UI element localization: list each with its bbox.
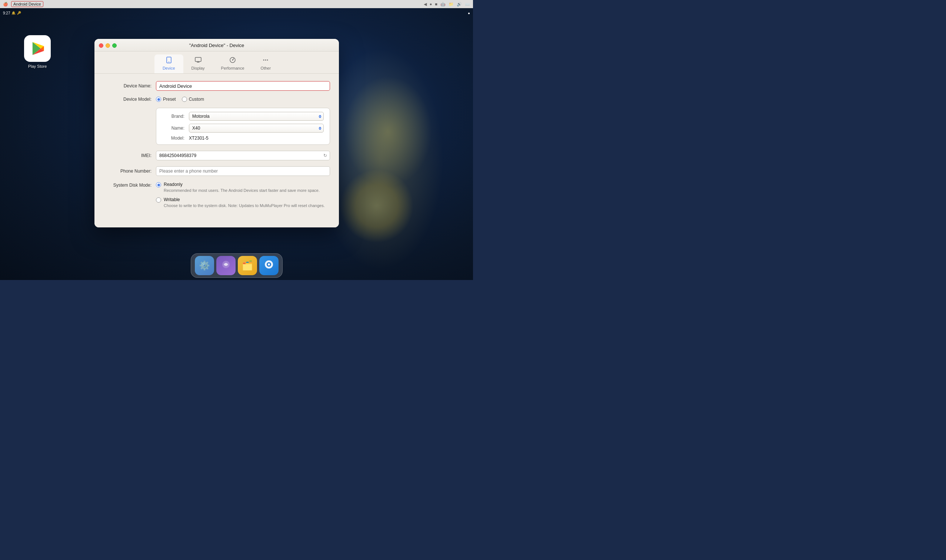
dialog-tabs: Device Display Performance — [94, 51, 339, 73]
dialog-content: Device Name: Device Model: Preset Custom — [94, 73, 339, 228]
tab-performance-label: Performance — [221, 66, 245, 70]
name-row: Name: X40 — [162, 124, 324, 132]
name-select[interactable]: X40 — [189, 124, 324, 132]
model-label: Model: — [162, 135, 185, 141]
svg-point-12 — [265, 60, 266, 61]
custom-radio-label: Custom — [189, 97, 204, 102]
status-bar: 9:27 🔔 🔑 ● — [0, 9, 473, 17]
svg-point-13 — [267, 60, 268, 61]
disk-mode-section: Readonly Recommended for most users. The… — [156, 182, 325, 212]
dialog-window: "Android Device" - Device Device D — [94, 39, 339, 228]
tab-other[interactable]: Other — [252, 54, 279, 73]
menu-bar: 🍎 Android Device ◀ ● ■ 🤖 📁 🔊 ⌨️ — [0, 0, 473, 8]
playstore-icon-wrapper — [24, 35, 51, 62]
status-icon-1: 🔔 — [11, 11, 15, 15]
device-tab-icon — [166, 57, 172, 65]
tab-display-label: Display — [191, 66, 205, 70]
imei-input[interactable] — [156, 151, 330, 160]
disk-mode-label: System Disk Mode: — [103, 183, 151, 188]
back-icon: ◀ — [424, 2, 427, 7]
status-right: ● — [468, 11, 470, 15]
android-icon: 🤖 — [440, 2, 446, 7]
phone-row: Phone Number: — [103, 166, 330, 176]
imei-refresh-icon[interactable]: ↻ — [323, 153, 327, 158]
svg-point-10 — [232, 60, 233, 61]
svg-point-5 — [169, 62, 169, 62]
keyboard-icon: ⌨️ — [465, 2, 470, 7]
preset-radio-option[interactable]: Preset — [156, 97, 176, 102]
svg-rect-6 — [195, 57, 201, 62]
tab-device[interactable]: Device — [154, 54, 183, 73]
device-name-row: Device Name: — [103, 81, 330, 91]
device-name-label: Device Name: — [103, 83, 151, 89]
device-model-label: Device Model: — [103, 97, 151, 102]
dock-icon-gear[interactable]: ⚙️ — [195, 256, 214, 275]
device-name-input[interactable] — [156, 81, 330, 91]
model-value: XT2301-5 — [189, 135, 324, 141]
device-model-radio-group: Preset Custom — [156, 97, 204, 102]
minimize-button[interactable] — [106, 43, 110, 48]
dock: ⚙️ 🗂️ — [191, 253, 283, 278]
wifi-icon: ● — [468, 11, 470, 15]
menu-bar-right: ◀ ● ■ 🤖 📁 🔊 ⌨️ — [424, 2, 470, 7]
brand-row: Brand: Motorola — [162, 112, 324, 121]
circle-icon: ● — [430, 2, 432, 6]
clock: 9:27 — [3, 11, 10, 15]
custom-radio-option[interactable]: Custom — [182, 97, 204, 102]
dialog-title: "Android Device" - Device — [189, 43, 245, 48]
purple-icon — [221, 259, 231, 272]
preset-radio-label: Preset — [163, 97, 176, 102]
other-tab-icon — [262, 57, 269, 65]
custom-radio-btn[interactable] — [182, 97, 187, 102]
gear-icon: ⚙️ — [199, 260, 210, 271]
name-label: Name: — [162, 126, 185, 131]
imei-row: IMEI: ↻ — [103, 151, 330, 160]
volume-icon: 🔊 — [457, 2, 462, 7]
writable-content: Writable Choose to write to the system d… — [164, 197, 325, 209]
tab-device-label: Device — [163, 66, 175, 70]
writable-option[interactable]: Writable Choose to write to the system d… — [156, 197, 325, 209]
menu-bar-left: 🍎 Android Device — [3, 1, 43, 7]
svg-point-17 — [268, 263, 270, 266]
writable-label: Writable — [164, 197, 325, 202]
apple-icon: 🍎 — [3, 2, 8, 7]
writable-radio[interactable] — [156, 197, 161, 203]
brand-label: Brand: — [162, 114, 185, 119]
traffic-lights — [99, 43, 117, 48]
brand-select[interactable]: Motorola — [189, 112, 324, 121]
blue-icon — [264, 259, 274, 272]
readonly-desc: Recommended for most users. The Android … — [164, 188, 320, 193]
tab-performance[interactable]: Performance — [213, 54, 252, 73]
maximize-button[interactable] — [112, 43, 117, 48]
stop-icon: ■ — [435, 2, 437, 6]
status-icon-2: 🔑 — [17, 11, 21, 15]
files-icon: 🗂️ — [242, 260, 253, 271]
dock-icon-blue[interactable] — [259, 256, 278, 275]
model-row: Model: XT2301-5 — [162, 135, 324, 141]
folder-icon: 📁 — [449, 2, 454, 7]
playstore-label: Play Store — [28, 64, 47, 69]
status-left: 9:27 🔔 🔑 — [3, 11, 21, 15]
performance-tab-icon — [229, 57, 236, 65]
tab-display[interactable]: Display — [183, 54, 213, 73]
model-box: Brand: Motorola Name: X40 — [156, 108, 330, 145]
readonly-option[interactable]: Readonly Recommended for most users. The… — [156, 182, 325, 193]
writable-desc: Choose to write to the system disk. Note… — [164, 203, 325, 209]
tab-other-label: Other — [261, 66, 271, 70]
dock-icon-purple[interactable] — [216, 256, 235, 275]
dock-icon-files[interactable]: 🗂️ — [238, 256, 257, 275]
brand-select-wrapper: Motorola — [189, 112, 324, 121]
app-title[interactable]: Android Device — [11, 1, 43, 7]
svg-point-11 — [263, 60, 265, 61]
name-select-wrapper: X40 — [189, 124, 324, 132]
readonly-radio[interactable] — [156, 182, 161, 188]
preset-radio-btn[interactable] — [156, 97, 161, 102]
close-button[interactable] — [99, 43, 103, 48]
disk-mode-row: System Disk Mode: Readonly Recommended f… — [103, 182, 330, 212]
readonly-content: Readonly Recommended for most users. The… — [164, 182, 320, 193]
playstore-app[interactable]: Play Store — [24, 35, 51, 69]
device-model-row: Device Model: Preset Custom — [103, 97, 330, 102]
phone-input[interactable] — [156, 166, 330, 176]
playstore-svg — [29, 40, 46, 57]
dialog-titlebar: "Android Device" - Device — [94, 39, 339, 51]
